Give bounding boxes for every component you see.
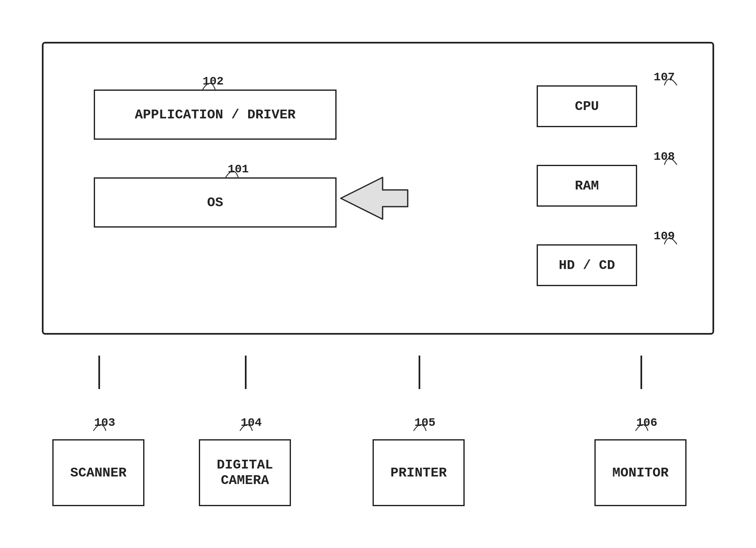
ref-103-line <box>85 414 118 435</box>
ref-104-line <box>231 414 265 435</box>
ref-105-line <box>405 414 439 435</box>
digital-camera-box: DIGITAL CAMERA <box>199 439 291 506</box>
left-arrow <box>328 169 412 228</box>
hdcd-label: HD / CD <box>559 258 615 273</box>
app-driver-box: APPLICATION / DRIVER <box>94 90 337 140</box>
ram-label: RAM <box>575 178 599 194</box>
svg-marker-1 <box>341 177 408 219</box>
digital-camera-connector <box>245 356 247 389</box>
diagram-container: 100 APPLICATION / DRIVER 102 OS 101 CPU … <box>17 17 739 531</box>
scanner-label: SCANNER <box>70 465 126 481</box>
printer-label: PRINTER <box>391 465 447 481</box>
ref-102-line <box>194 73 228 94</box>
monitor-wrapper: 106 MONITOR <box>594 439 687 506</box>
ram-box: RAM <box>537 165 637 207</box>
cpu-label: CPU <box>575 99 599 114</box>
digital-camera-label: DIGITAL CAMERA <box>217 457 273 488</box>
os-label: OS <box>207 195 223 210</box>
printer-box: PRINTER <box>373 439 465 506</box>
computer-box: APPLICATION / DRIVER 102 OS 101 CPU 107 … <box>42 42 714 335</box>
printer-connector <box>419 356 420 389</box>
ref-107-line <box>652 69 685 90</box>
app-driver-label: APPLICATION / DRIVER <box>135 107 296 123</box>
ref-109-line <box>652 228 685 248</box>
ref-108-line <box>652 148 685 169</box>
monitor-label: MONITOR <box>612 465 669 481</box>
os-box: OS <box>94 177 337 228</box>
cpu-box: CPU <box>537 85 637 127</box>
digital-camera-wrapper: 104 DIGITAL CAMERA <box>199 439 291 506</box>
scanner-wrapper: 103 SCANNER <box>52 439 144 506</box>
scanner-connector <box>98 356 100 389</box>
scanner-box: SCANNER <box>52 439 144 506</box>
monitor-connector <box>640 356 642 389</box>
printer-wrapper: 105 PRINTER <box>373 439 465 506</box>
hdcd-box: HD / CD <box>537 244 637 286</box>
ref-101-line <box>217 161 251 182</box>
ref-106-line <box>627 414 661 435</box>
monitor-box: MONITOR <box>594 439 687 506</box>
